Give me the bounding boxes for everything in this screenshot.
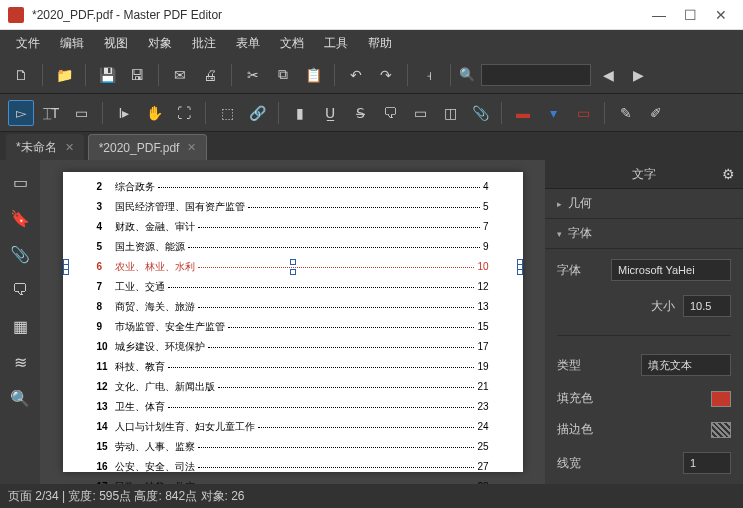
minimize-button[interactable]: —: [652, 7, 666, 23]
toc-page-number: 15: [477, 322, 488, 332]
comments-button[interactable]: 🗨: [6, 276, 34, 304]
menu-view[interactable]: 视图: [96, 31, 136, 56]
close-button[interactable]: ✕: [715, 7, 727, 23]
menubar: 文件 编辑 视图 对象 批注 表单 文档 工具 帮助: [0, 30, 743, 56]
save-as-button[interactable]: 🖫: [124, 62, 150, 88]
toc-line[interactable]: 13卫生、体育23: [97, 402, 489, 412]
toc-page-number: 13: [477, 302, 488, 312]
toc-number: 13: [97, 402, 115, 412]
new-file-button[interactable]: 🗋: [8, 62, 34, 88]
search-next-button[interactable]: ▶: [625, 62, 651, 88]
thumbnails-button[interactable]: ▭: [6, 168, 34, 196]
note-tool[interactable]: 🗨: [377, 100, 403, 126]
marquee-tool[interactable]: ⬚: [214, 100, 240, 126]
toc-line[interactable]: 6农业、林业、水利10: [97, 262, 489, 272]
tab-untitled[interactable]: *未命名 ✕: [6, 134, 84, 160]
stamp-tool[interactable]: ▭: [407, 100, 433, 126]
fill-color-swatch[interactable]: [711, 391, 731, 407]
search-input[interactable]: [481, 64, 591, 86]
toc-line[interactable]: 16公安、安全、司法27: [97, 462, 489, 472]
menu-document[interactable]: 文档: [272, 31, 312, 56]
strikeout-tool[interactable]: S̶: [347, 100, 373, 126]
font-section-header[interactable]: ▾ 字体: [545, 219, 743, 249]
attachments-button[interactable]: 📎: [6, 240, 34, 268]
toc-line[interactable]: 4财政、金融、审计7: [97, 222, 489, 232]
highlight-tool[interactable]: ▮: [287, 100, 313, 126]
toc-leader: [198, 447, 475, 448]
selection-box[interactable]: [63, 259, 523, 275]
text-edit-tool[interactable]: ⌶T: [38, 100, 64, 126]
toc-line[interactable]: 9市场监管、安全生产监管15: [97, 322, 489, 332]
text-select-tool[interactable]: I▸: [111, 100, 137, 126]
close-icon[interactable]: ✕: [65, 141, 74, 154]
toc-line[interactable]: 5国土资源、能源9: [97, 242, 489, 252]
linewidth-input[interactable]: [683, 452, 731, 474]
email-button[interactable]: ✉: [167, 62, 193, 88]
toc-line[interactable]: 3国民经济管理、国有资产监管5: [97, 202, 489, 212]
selection-handle[interactable]: [290, 259, 296, 265]
save-button[interactable]: 💾: [94, 62, 120, 88]
eraser-tool[interactable]: ✐: [643, 100, 669, 126]
undo-button[interactable]: ↶: [343, 62, 369, 88]
geometry-label: 几何: [568, 195, 592, 212]
tab-active-document[interactable]: *2020_PDF.pdf ✕: [88, 134, 208, 160]
toc-number: 10: [97, 342, 115, 352]
window-controls: — ☐ ✕: [652, 7, 727, 23]
bookmarks-button[interactable]: 🔖: [6, 204, 34, 232]
print-button[interactable]: 🖨: [197, 62, 223, 88]
cut-button[interactable]: ✂: [240, 62, 266, 88]
toc-line[interactable]: 15劳动、人事、监察25: [97, 442, 489, 452]
menu-help[interactable]: 帮助: [360, 31, 400, 56]
search-prev-button[interactable]: ◀: [595, 62, 621, 88]
geometry-section-header[interactable]: ▸ 几何: [545, 189, 743, 219]
toggle-panel-button[interactable]: ⫞: [416, 62, 442, 88]
toc-line[interactable]: 2综合政务4: [97, 182, 489, 192]
toc-line[interactable]: 11科技、教育19: [97, 362, 489, 372]
search-panel-button[interactable]: 🔍: [6, 384, 34, 412]
text-type-input[interactable]: [641, 354, 731, 376]
copy-button[interactable]: ⧉: [270, 62, 296, 88]
redo-button[interactable]: ↷: [373, 62, 399, 88]
menu-form[interactable]: 表单: [228, 31, 268, 56]
fields-button[interactable]: ▦: [6, 312, 34, 340]
tab-label: *未命名: [16, 139, 57, 156]
stroke-color-swatch[interactable]: [711, 422, 731, 438]
layers-button[interactable]: ≋: [6, 348, 34, 376]
menu-annotate[interactable]: 批注: [184, 31, 224, 56]
attach-tool[interactable]: 📎: [467, 100, 493, 126]
maximize-button[interactable]: ☐: [684, 7, 697, 23]
form-edit-tool[interactable]: ▭: [68, 100, 94, 126]
selection-handle[interactable]: [63, 269, 69, 275]
paste-button[interactable]: 📋: [300, 62, 326, 88]
select-tool[interactable]: ▻: [8, 100, 34, 126]
toc-line[interactable]: 10城乡建设、环境保护17: [97, 342, 489, 352]
hand-tool[interactable]: ✋: [141, 100, 167, 126]
toc-leader: [168, 367, 475, 368]
toc-line[interactable]: 12文化、广电、新闻出版21: [97, 382, 489, 392]
selection-handle[interactable]: [290, 269, 296, 275]
pencil-tool[interactable]: ✎: [613, 100, 639, 126]
underline-tool[interactable]: U̲: [317, 100, 343, 126]
menu-object[interactable]: 对象: [140, 31, 180, 56]
settings-icon[interactable]: ⚙: [722, 166, 735, 182]
callout-tool[interactable]: ◫: [437, 100, 463, 126]
link-tool[interactable]: 🔗: [244, 100, 270, 126]
menu-tools[interactable]: 工具: [316, 31, 356, 56]
toc-line[interactable]: 7工业、交通12: [97, 282, 489, 292]
toc-line[interactable]: 14人口与计划生育、妇女儿童工作24: [97, 422, 489, 432]
document-viewport[interactable]: 2综合政务43国民经济管理、国有资产监管54财政、金融、审计75国土资源、能源9…: [40, 160, 545, 484]
close-icon[interactable]: ✕: [187, 141, 196, 154]
strike-red-tool[interactable]: ▬: [510, 100, 536, 126]
toc-page-number: 21: [477, 382, 488, 392]
font-size-input[interactable]: [683, 295, 731, 317]
replace-red-tool[interactable]: ▭: [570, 100, 596, 126]
menu-file[interactable]: 文件: [8, 31, 48, 56]
snapshot-tool[interactable]: ⛶: [171, 100, 197, 126]
menu-edit[interactable]: 编辑: [52, 31, 92, 56]
insert-blue-tool[interactable]: ▾: [540, 100, 566, 126]
toc-leader: [198, 307, 475, 308]
selection-handle[interactable]: [517, 269, 523, 275]
font-family-input[interactable]: [611, 259, 731, 281]
toc-line[interactable]: 8商贸、海关、旅游13: [97, 302, 489, 312]
open-file-button[interactable]: 📁: [51, 62, 77, 88]
